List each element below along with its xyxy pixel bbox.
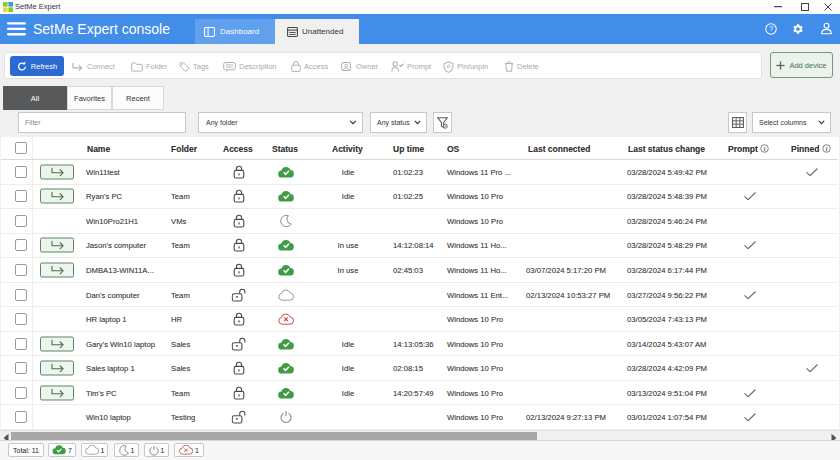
- svg-text:i: i: [825, 146, 827, 152]
- svg-text:?: ?: [769, 24, 773, 33]
- svg-text:i: i: [764, 146, 766, 152]
